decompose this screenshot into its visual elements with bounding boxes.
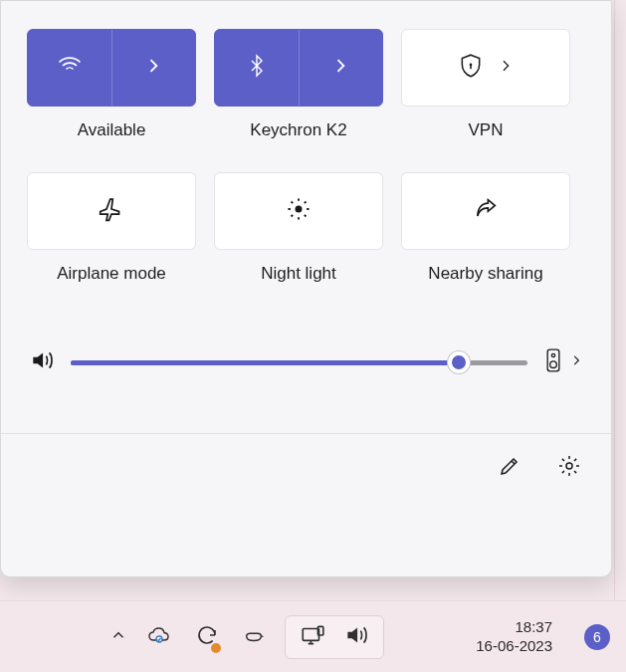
taskbar-clock[interactable]: 18:37 16-06-2023 <box>476 618 552 656</box>
nearby-tile-block: Nearby sharing <box>401 172 570 304</box>
volume-row <box>1 312 611 377</box>
tray-icons <box>147 623 265 651</box>
system-tray-box[interactable] <box>285 615 384 659</box>
vpn-label: VPN <box>469 120 504 160</box>
slider-thumb[interactable] <box>448 351 470 373</box>
quick-settings-tiles: Available Keychron K2 <box>1 1 611 312</box>
volume-tray-icon[interactable] <box>343 622 369 652</box>
nearby-label: Nearby sharing <box>428 264 542 304</box>
svg-rect-7 <box>303 628 318 640</box>
shield-lock-icon <box>458 53 484 83</box>
bluetooth-icon <box>245 54 269 82</box>
svg-point-0 <box>470 64 473 67</box>
nightlight-label: Night light <box>261 264 336 304</box>
svg-point-4 <box>550 361 557 368</box>
vpn-tile[interactable] <box>401 29 570 107</box>
taskbar: 18:37 16-06-2023 6 <box>0 600 626 672</box>
airplane-label: Airplane mode <box>57 264 166 304</box>
pencil-icon <box>498 454 522 482</box>
bluetooth-tile-block: Keychron K2 <box>214 29 383 160</box>
bluetooth-expand[interactable] <box>300 30 383 106</box>
chevron-right-icon <box>498 58 514 78</box>
wifi-label: Available <box>78 120 146 160</box>
clock-time: 18:37 <box>476 618 552 637</box>
clock-date: 16-06-2023 <box>476 637 552 656</box>
airplane-tile-block: Airplane mode <box>27 172 196 304</box>
svg-point-5 <box>566 463 572 469</box>
nightlight-tile-block: Night light <box>214 172 383 304</box>
speaker-device-icon <box>543 347 563 377</box>
wifi-icon <box>56 52 84 84</box>
app-tray-icon[interactable] <box>243 624 265 650</box>
audio-output-button[interactable] <box>543 347 583 377</box>
notification-count: 6 <box>593 629 601 645</box>
quick-settings-footer <box>1 434 611 502</box>
windows-update-icon[interactable] <box>195 623 219 651</box>
svg-point-1 <box>296 206 303 213</box>
chevron-right-icon <box>330 56 350 80</box>
update-badge-icon <box>211 643 221 653</box>
brightness-icon <box>285 195 313 227</box>
vpn-tile-block: VPN <box>401 29 570 160</box>
bluetooth-toggle[interactable] <box>215 30 300 106</box>
bluetooth-tile[interactable] <box>214 29 383 107</box>
tray-overflow-button[interactable] <box>109 626 127 648</box>
svg-point-3 <box>551 353 554 356</box>
wifi-tile-block: Available <box>27 29 196 160</box>
nightlight-tile[interactable] <box>214 172 383 250</box>
svg-rect-8 <box>317 626 322 635</box>
wifi-tile[interactable] <box>27 29 196 107</box>
network-icon[interactable] <box>300 622 325 652</box>
share-icon <box>472 195 500 227</box>
chevron-right-icon <box>569 353 583 371</box>
airplane-tile[interactable] <box>27 172 196 250</box>
wifi-toggle[interactable] <box>28 30 112 106</box>
slider-fill <box>71 360 459 365</box>
wifi-expand[interactable] <box>112 30 196 106</box>
edit-quick-settings-button[interactable] <box>492 450 527 486</box>
quick-settings-panel: Available Keychron K2 <box>0 0 612 577</box>
volume-slider[interactable] <box>71 350 527 374</box>
speaker-icon[interactable] <box>29 347 55 377</box>
bluetooth-label: Keychron K2 <box>250 120 346 160</box>
gear-icon <box>557 454 581 482</box>
chevron-right-icon <box>143 56 163 80</box>
onedrive-icon[interactable] <box>147 623 171 651</box>
nearby-tile[interactable] <box>401 172 570 250</box>
airplane-icon <box>97 194 126 228</box>
notification-badge[interactable]: 6 <box>584 624 610 650</box>
window-right-gutter <box>614 0 626 600</box>
settings-button[interactable] <box>551 450 587 486</box>
